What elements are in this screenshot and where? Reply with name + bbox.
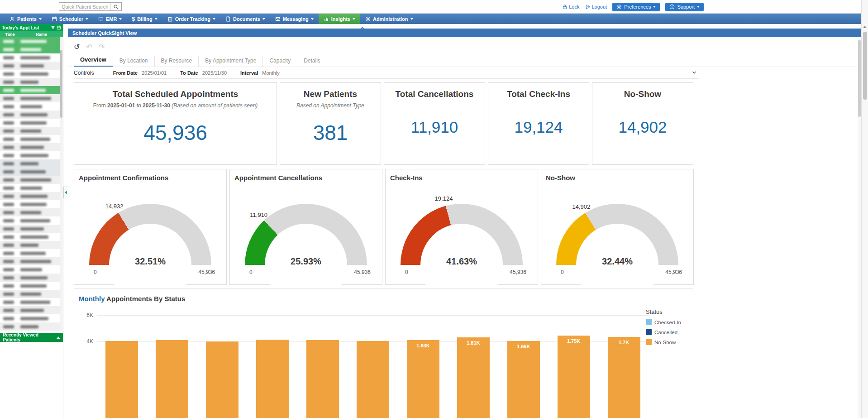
recently-viewed-label: Recently Viewed Patients xyxy=(3,332,57,342)
to-date-value[interactable]: 2025/11/30 xyxy=(202,70,227,76)
bar-oct-2025[interactable]: 1.75K xyxy=(558,336,590,418)
bar-may-2025[interactable] xyxy=(306,340,339,418)
appointment-row[interactable] xyxy=(0,168,63,176)
scrollbar-thumb[interactable] xyxy=(863,32,867,100)
tab-overview[interactable]: Overview xyxy=(74,54,113,67)
appointment-row[interactable] xyxy=(0,216,63,225)
tab-capacity[interactable]: Capacity xyxy=(262,56,297,67)
monitor-icon xyxy=(98,16,104,22)
appt-time-redacted xyxy=(3,81,14,84)
appointment-row[interactable] xyxy=(0,86,63,94)
interval-control[interactable]: Interval Monthly xyxy=(240,70,280,76)
tab-by-resource[interactable]: By Resource xyxy=(154,56,199,67)
kpi-title: No-Show xyxy=(592,89,693,99)
scrollbar-thumb[interactable] xyxy=(60,50,62,118)
logout-link[interactable]: Logout xyxy=(585,4,607,10)
bar-jun-2025[interactable] xyxy=(357,341,389,418)
search-button[interactable] xyxy=(110,2,122,11)
appointment-row[interactable] xyxy=(0,298,63,306)
appointment-row[interactable] xyxy=(0,70,63,78)
appointment-row[interactable] xyxy=(0,127,63,135)
appointment-row[interactable] xyxy=(0,274,63,282)
nav-item-messaging[interactable]: Messaging xyxy=(270,14,319,24)
tab-by-location[interactable]: By Location xyxy=(113,56,154,67)
bar-aug-2025[interactable]: 1.81K xyxy=(457,337,490,418)
kpi-new-patients: New Patients Based on Appointment Type 3… xyxy=(280,82,381,165)
search-input[interactable] xyxy=(59,2,110,11)
scrollbar-thumb[interactable] xyxy=(858,40,861,117)
calendar-icon[interactable] xyxy=(57,25,61,30)
appointment-row[interactable] xyxy=(0,290,63,298)
interval-value[interactable]: Monthly xyxy=(262,70,280,76)
tab-details[interactable]: Details xyxy=(297,56,327,67)
appointment-row[interactable] xyxy=(0,78,63,86)
undo-icon[interactable]: ↶ xyxy=(86,43,92,51)
bar-feb-2025[interactable] xyxy=(156,340,188,418)
chevron-down-icon[interactable] xyxy=(691,69,697,77)
nav-item-insights[interactable]: Insights xyxy=(319,14,360,24)
legend-item-no-show[interactable]: No-Show xyxy=(646,339,687,345)
appointment-row[interactable] xyxy=(0,135,63,143)
page-scrollbar[interactable] xyxy=(861,0,868,418)
nav-item-documents[interactable]: Documents xyxy=(220,14,270,24)
appointment-row[interactable] xyxy=(0,45,63,53)
bar-jan-2025[interactable] xyxy=(105,341,138,418)
appointment-row[interactable] xyxy=(0,200,63,208)
appointment-row[interactable] xyxy=(0,119,63,127)
appointment-row[interactable] xyxy=(0,62,63,70)
appointment-row[interactable] xyxy=(0,233,63,241)
bar-mar-2025[interactable] xyxy=(206,341,238,418)
appt-name-redacted xyxy=(20,89,46,92)
nav-item-emr[interactable]: EMR xyxy=(93,14,127,24)
recently-viewed-bar[interactable]: Recently Viewed Patients xyxy=(0,333,63,342)
appointment-row[interactable] xyxy=(0,176,63,184)
appointment-row[interactable] xyxy=(0,225,63,233)
scroll-up-icon[interactable] xyxy=(863,26,867,28)
appointment-row[interactable] xyxy=(0,265,63,274)
nav-item-order-tracking[interactable]: Order Tracking xyxy=(162,14,220,24)
appointment-row[interactable] xyxy=(0,208,63,216)
bar-sep-2025[interactable]: 1.66K xyxy=(507,341,540,418)
preferences-button[interactable]: Preferences xyxy=(612,3,660,11)
appointment-row[interactable] xyxy=(0,249,63,257)
appointment-row[interactable] xyxy=(0,257,63,265)
sidebar-scrollbar[interactable] xyxy=(60,37,63,333)
appointment-row[interactable] xyxy=(0,184,63,192)
support-button[interactable]: Support xyxy=(665,3,704,11)
appointment-row[interactable] xyxy=(0,314,63,322)
appointment-row[interactable] xyxy=(0,282,63,290)
appointment-row[interactable] xyxy=(0,192,63,200)
dollar-icon: $ xyxy=(132,16,135,22)
from-date-value[interactable]: 2025/01/01 xyxy=(142,70,167,76)
nav-item-billing[interactable]: $Billing xyxy=(127,14,162,24)
dashboard-scrollbar[interactable] xyxy=(858,37,861,418)
lock-link[interactable]: Lock xyxy=(562,4,579,10)
nav-item-patients[interactable]: Patients xyxy=(5,14,47,24)
bar-nov-2025[interactable]: 1.7K xyxy=(608,337,640,418)
appointment-row[interactable] xyxy=(0,143,63,151)
appointment-row[interactable] xyxy=(0,322,63,331)
redo-icon[interactable]: ↷ xyxy=(99,43,105,51)
to-date-control[interactable]: To Date 2025/11/30 xyxy=(180,70,227,76)
legend-item-cancelled[interactable]: Cancelled xyxy=(646,329,687,335)
appointment-row[interactable] xyxy=(0,102,63,111)
appointment-row[interactable] xyxy=(0,94,63,102)
appointment-row[interactable] xyxy=(0,159,63,168)
appointment-row[interactable] xyxy=(0,306,63,314)
reset-icon[interactable]: ↺ xyxy=(74,43,80,51)
legend-item-checked-in[interactable]: Checked-In xyxy=(646,319,687,325)
bar-apr-2025[interactable] xyxy=(256,340,289,418)
tab-by-appointment-type[interactable]: By Appointment Type xyxy=(198,56,262,67)
appointment-row[interactable] xyxy=(0,241,63,249)
appointment-row[interactable] xyxy=(0,151,63,159)
expand-up-icon[interactable] xyxy=(57,336,60,339)
appointment-row[interactable] xyxy=(0,37,63,45)
filter-icon[interactable] xyxy=(51,25,55,30)
bar-jul-2025[interactable]: 1.63K xyxy=(407,340,439,418)
from-date-control[interactable]: From Date 2025/01/01 xyxy=(113,70,167,76)
nav-item-scheduler[interactable]: Scheduler xyxy=(47,14,93,24)
appointment-row[interactable] xyxy=(0,111,63,119)
appointment-row[interactable] xyxy=(0,53,63,62)
nav-item-administration[interactable]: Administration xyxy=(360,14,418,24)
sidebar-collapse-handle[interactable] xyxy=(63,187,68,198)
